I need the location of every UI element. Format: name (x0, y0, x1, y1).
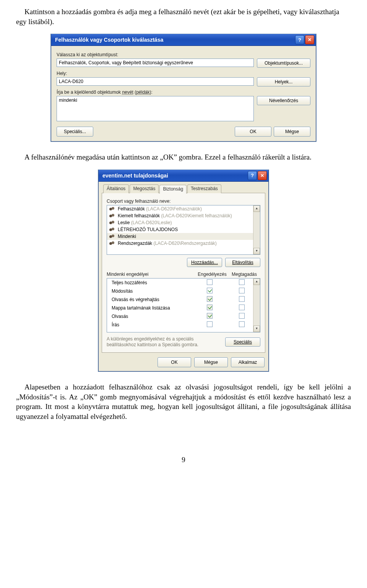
tab-general[interactable]: Általános (103, 184, 129, 193)
check-names-button[interactable]: Névellenőrzés (257, 96, 310, 105)
scroll-down-icon[interactable]: ▼ (253, 326, 260, 332)
tab-security[interactable]: Biztonság (159, 185, 187, 194)
ok-button[interactable]: OK (235, 127, 271, 137)
group-icon (109, 213, 115, 218)
remove-button[interactable]: Eltávolítás (225, 258, 260, 267)
object-types-button[interactable]: Objektumtípusok... (257, 59, 310, 68)
object-names-input[interactable]: mindenki (57, 96, 254, 121)
permission-row: Olvasás és végrehajtás (107, 295, 260, 304)
permission-row: Mappa tartalmának listázása (107, 304, 260, 312)
permissions-header: Mindenki engedélyei Engedélyezés Megtaga… (107, 272, 260, 277)
deny-checkbox[interactable] (239, 279, 245, 285)
deny-checkbox[interactable] (239, 313, 245, 319)
tab-strip: Általános Megosztás Biztonság Testreszab… (102, 184, 265, 193)
deny-checkbox[interactable] (239, 296, 245, 302)
allow-checkbox[interactable] (207, 279, 213, 285)
group-icon (109, 241, 115, 246)
permissions-listbox[interactable]: Teljes hozzáférésMódosításOlvasás és vég… (107, 278, 260, 332)
help-button[interactable]: ? (248, 171, 257, 180)
allow-column-label: Engedélyezés (196, 272, 228, 277)
dialog-title: Felhasználók vagy Csoportok kiválasztása (55, 37, 294, 43)
paragraph-1: Kattintson a hozzáadás gombra és adja me… (16, 7, 351, 26)
permission-row: Olvasás (107, 312, 260, 321)
deny-checkbox[interactable] (239, 305, 245, 310)
paragraph-3: Alapesetben a hozzáadott felhasználóhoz … (16, 382, 351, 422)
permission-row: Írás (107, 321, 260, 329)
paragraph-2: A felhasználónév megadása után kattintso… (16, 152, 351, 162)
page-number: 9 (16, 456, 351, 464)
permission-row: Teljes hozzáférés (107, 279, 260, 287)
security-tab-panel: Csoport vagy felhasználó neve: Felhaszná… (102, 193, 265, 353)
group-icon (109, 227, 115, 232)
scroll-up-icon[interactable]: ▲ (253, 205, 260, 212)
deny-checkbox[interactable] (239, 288, 245, 293)
allow-checkbox[interactable] (207, 296, 213, 302)
permission-row: Módosítás (107, 287, 260, 295)
allow-checkbox[interactable] (207, 321, 213, 327)
object-names-label: Írja be a kijelölendő objektumok nevét (… (57, 90, 310, 95)
allow-checkbox[interactable] (207, 288, 213, 293)
user-list-item[interactable]: Leslie (LACA-D620\Leslie) (107, 219, 260, 226)
locations-button[interactable]: Helyek... (257, 77, 310, 86)
permissions-for-label: Mindenki engedélyei (107, 272, 196, 277)
permission-name: Mappa tartalmának listázása (112, 305, 193, 311)
user-list-item[interactable]: LÉTREHOZÓ TULAJDONOS (107, 226, 260, 233)
permission-name: Olvasás és végrehajtás (112, 297, 193, 302)
dialog-titlebar: Felhasználók vagy Csoportok kiválasztása… (51, 34, 316, 46)
group-icon (109, 234, 115, 239)
advanced-button[interactable]: Speciális (225, 337, 260, 347)
advanced-note: A különleges engedélyekhez és a speciáli… (107, 336, 221, 348)
user-list-item-label: LÉTREHOZÓ TULAJDONOS (118, 227, 178, 232)
location-input[interactable] (57, 77, 254, 86)
advanced-button[interactable]: Speciális... (57, 127, 93, 137)
close-button[interactable]: ✕ (305, 35, 314, 44)
user-listbox[interactable]: Felhasználók (LACA-D620\Felhasználók)Kie… (107, 205, 260, 255)
user-list-item-label: Mindenki (118, 234, 136, 239)
user-list-item[interactable]: Felhasználók (LACA-D620\Felhasználók) (107, 205, 260, 212)
properties-dialog: eventim.net tulajdonságai ? ✕ Általános … (98, 170, 269, 371)
deny-checkbox[interactable] (239, 321, 245, 327)
user-list-item[interactable]: Kiemelt felhasználók (LACA-D620\Kiemelt … (107, 212, 260, 219)
tab-sharing[interactable]: Megosztás (130, 184, 159, 193)
user-list-item-label: Rendszergazdák (LACA-D620\Rendszergazdák… (118, 241, 217, 246)
tab-customize[interactable]: Testreszabás (187, 184, 221, 193)
cancel-button[interactable]: Mégse (274, 127, 310, 137)
allow-checkbox[interactable] (207, 313, 213, 319)
close-button[interactable]: ✕ (258, 171, 267, 180)
scrollbar[interactable]: ▲ ▼ (253, 205, 260, 254)
group-user-label: Csoport vagy felhasználó neve: (107, 199, 260, 204)
object-type-label: Válassza ki az objektumtípust: (57, 52, 310, 57)
allow-checkbox[interactable] (207, 305, 213, 310)
permission-name: Módosítás (112, 288, 193, 294)
location-label: Hely: (57, 71, 310, 76)
user-list-item[interactable]: Rendszergazdák (LACA-D620\Rendszergazdák… (107, 240, 260, 247)
user-list-item-label: Felhasználók (LACA-D620\Felhasználók) (118, 206, 202, 212)
permission-name: Olvasás (112, 314, 193, 319)
add-button[interactable]: Hozzáadás... (187, 258, 222, 267)
user-list-item-label: Leslie (LACA-D620\Leslie) (118, 220, 172, 225)
deny-column-label: Megtagadás (228, 272, 260, 277)
permission-name: Teljes hozzáférés (112, 280, 193, 285)
select-users-dialog: Felhasználók vagy Csoportok kiválasztása… (51, 34, 316, 142)
scrollbar[interactable]: ▲ ▼ (253, 279, 260, 332)
scroll-down-icon[interactable]: ▼ (253, 248, 260, 254)
scroll-up-icon[interactable]: ▲ (253, 279, 260, 285)
help-button[interactable]: ? (295, 35, 304, 44)
apply-button[interactable]: Alkalmaz (231, 357, 265, 367)
user-list-item-label: Kiemelt felhasználók (LACA-D620\Kiemelt … (118, 213, 232, 218)
group-icon (109, 206, 115, 212)
group-icon (109, 220, 115, 225)
dialog-titlebar: eventim.net tulajdonságai ? ✕ (99, 170, 268, 182)
ok-button[interactable]: OK (158, 357, 191, 367)
user-list-item[interactable]: Mindenki (107, 233, 260, 240)
permission-name: Írás (112, 322, 193, 327)
dialog-title: eventim.net tulajdonságai (102, 173, 247, 179)
object-type-input[interactable] (57, 59, 254, 67)
cancel-button[interactable]: Mégse (194, 357, 228, 367)
